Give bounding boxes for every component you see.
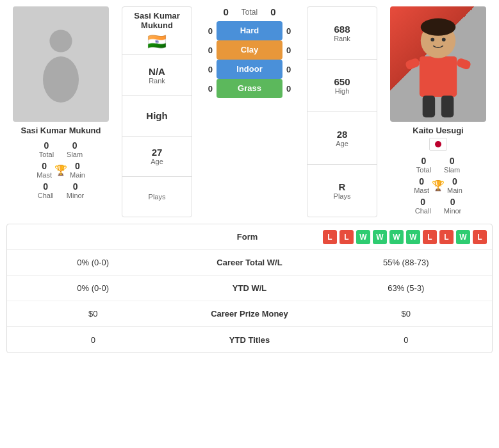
right-age-label: Age [336,140,348,147]
form-row: Form LLWWWWLLWL [7,224,492,250]
svg-point-5 [430,38,434,42]
comp-left-3: 0 [7,330,179,350]
comparison-row-0: 0% (0-0) Career Total W/L 55% (88-73) [7,250,492,276]
comp-left-0: 0% (0-0) [7,253,179,272]
right-player-flag [429,138,447,151]
clay-btn: Clay [217,40,282,60]
comp-center-1: YTD W/L [179,278,320,298]
right-rank-val: 688 [334,24,350,35]
svg-rect-7 [405,58,421,71]
form-badge: W [406,230,420,244]
right-minor-label: Minor [444,207,462,215]
left-player-name: Sasi Kumar Mukund [21,126,101,135]
form-badge: L [423,230,437,244]
comp-right-0: 55% (88-73) [320,253,493,272]
form-badges-container: LLWWWWLLWL [318,225,492,249]
total-row: 0 Total 0 [197,6,302,17]
left-plays-label: Plays [149,193,166,201]
left-player-stats: 0 Total 0 Slam 0 Mast 🏆 0 Main [6,140,115,202]
form-label: Form [177,227,318,247]
left-stats-box: Sasi Kumar Mukund 🇮🇳 N/A Rank High 27 Ag… [122,6,192,217]
left-player-avatar [13,6,109,122]
left-age-label: Age [151,158,163,165]
courts-container: 0 Total 0 0 Hard 0 0 Clay 0 0 Indoor 0 [197,6,302,217]
comp-left-2: $0 [7,304,179,324]
indoor-right-score: 0 [286,65,302,74]
player-right-card: Kaito Uesugi 0 Total 0 Slam 0 Mast [384,6,493,217]
right-rank-cell: 688 Rank [307,7,377,60]
hard-right-score: 0 [286,26,302,36]
form-badge: L [323,230,337,244]
form-badge: L [439,230,454,244]
svg-point-6 [442,38,446,42]
right-chall-label: Chall [415,207,431,215]
left-slam-val: 0 [72,140,78,151]
total-label: Total [241,8,258,17]
grass-left-score: 0 [197,84,213,94]
right-high-val: 650 [334,76,350,87]
right-slam-val: 0 [450,156,455,166]
total-left-score: 0 [223,6,228,17]
comparison-row-1: 0% (0-0) YTD W/L 63% (5-3) [7,276,492,301]
indoor-left-score: 0 [197,65,213,74]
form-badge: L [339,230,354,244]
left-total-label: Total [39,151,54,158]
svg-point-0 [49,29,72,52]
grass-right-score: 0 [286,84,302,94]
comparison-section: Form LLWWWWLLWL 0% (0-0) Career Total W/… [6,224,493,353]
right-trophy-icon: 🏆 [432,179,445,192]
right-mast-label: Mast [414,187,429,194]
comparison-row-3: 0 YTD Titles 0 [7,327,492,353]
left-main-label: Main [70,171,85,179]
svg-rect-8 [455,58,471,71]
right-minor-val: 0 [450,197,455,207]
form-left-empty [7,232,177,242]
player-left-card: Sasi Kumar Mukund 0 Total 0 Slam 0 Mast … [6,6,115,217]
clay-row: 0 Clay 0 [197,40,302,60]
form-badge: W [373,230,387,244]
left-total-val: 0 [44,140,49,151]
right-player-stats: 0 Total 0 Slam 0 Mast 🏆 0 Main [384,156,493,217]
form-badge: L [473,230,487,244]
right-rank-label: Rank [334,35,350,42]
svg-rect-10 [441,95,454,117]
comp-center-0: Career Total W/L [179,253,320,272]
left-minor-label: Minor [67,192,85,199]
left-player-silhouette [35,26,86,103]
form-badge: W [389,230,404,244]
left-trophy-icon: 🏆 [54,164,67,176]
left-high-cell: High [122,95,192,136]
right-age-cell: 28 Age [307,112,377,165]
comp-left-1: 0% (0-0) [7,278,179,298]
right-main-val: 0 [452,176,457,187]
left-plays-cell: Plays [122,177,192,217]
comparison-row-2: $0 Career Prize Money $0 [7,301,492,327]
middle-panel: Sasi Kumar Mukund 🇮🇳 N/A Rank High 27 Ag… [115,6,384,217]
grass-row: 0 Grass 0 [197,79,302,98]
right-total-val: 0 [421,156,427,166]
grass-btn: Grass [217,79,282,98]
clay-left-score: 0 [197,46,213,55]
comp-center-2: Career Prize Money [179,304,320,324]
svg-rect-2 [420,56,457,97]
right-stats-box: 688 Rank 650 High 28 Age R Plays [307,6,377,217]
form-badge: W [356,230,370,244]
right-plays-cell: R Plays [307,165,377,217]
right-high-cell: 650 High [307,60,377,112]
form-badges: LLWWWWLLWL [323,230,487,244]
right-plays-label: Plays [334,192,351,200]
total-right-score: 0 [270,6,275,17]
indoor-row: 0 Indoor 0 [197,60,302,79]
left-chall-val: 0 [43,181,48,192]
left-age-val: 27 [152,147,163,158]
comp-right-3: 0 [320,330,493,350]
right-slam-label: Slam [444,166,460,174]
right-age-val: 28 [337,129,348,140]
left-chall-label: Chall [38,192,54,199]
hard-btn: Hard [217,21,282,40]
right-player-name: Kaito Uesugi [413,126,463,135]
right-total-label: Total [416,166,431,174]
left-mast-val: 0 [42,161,47,171]
comp-center-3: YTD Titles [179,330,320,350]
left-age-cell: 27 Age [122,137,192,177]
